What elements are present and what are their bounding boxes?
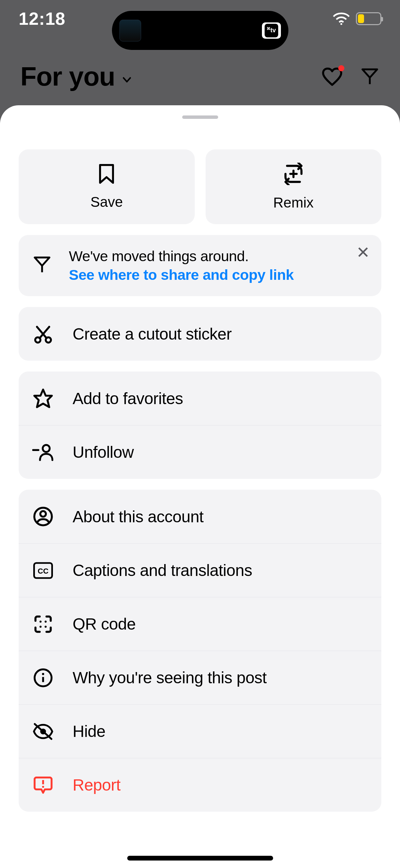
action-group-2: Add to favorites Unfollow (19, 372, 381, 479)
report-row[interactable]: Report (19, 758, 381, 812)
feed-header: For you (0, 61, 400, 92)
svg-point-0 (340, 23, 342, 25)
row-label: Create a cutout sticker (73, 325, 232, 343)
send-icon (32, 255, 52, 276)
report-icon (32, 775, 54, 795)
action-sheet: Save Remix We've m (0, 105, 400, 868)
svg-point-16 (40, 620, 42, 622)
qr-code-row[interactable]: QR code (19, 597, 381, 651)
add-favorites-row[interactable]: Add to favorites (19, 372, 381, 425)
svg-text:CC: CC (38, 566, 49, 575)
row-label: Hide (73, 722, 106, 741)
unfollow-icon (32, 443, 54, 462)
scissors-icon (32, 323, 54, 344)
page-title[interactable]: For you (20, 61, 115, 92)
row-label: Why you're seeing this post (73, 668, 267, 687)
row-label: Add to favorites (73, 389, 183, 408)
info-link[interactable]: See where to share and copy link (69, 267, 294, 283)
row-label: Captions and translations (73, 561, 252, 580)
svg-point-13 (40, 511, 46, 517)
notifications-icon[interactable] (321, 67, 343, 87)
action-group-3: About this account CC Captions and trans… (19, 490, 381, 812)
send-icon[interactable] (360, 67, 380, 87)
star-icon (32, 388, 54, 409)
info-icon (32, 668, 54, 688)
appletv-icon: ⌘tv (265, 24, 278, 37)
close-icon[interactable]: ✕ (356, 245, 370, 261)
status-time: 12:18 (19, 8, 65, 29)
svg-point-18 (40, 626, 42, 628)
svg-marker-9 (34, 390, 52, 407)
captions-row[interactable]: CC Captions and translations (19, 543, 381, 597)
svg-point-22 (42, 673, 44, 675)
row-label: Report (73, 776, 120, 794)
bookmark-icon (97, 163, 116, 184)
info-card[interactable]: We've moved things around. See where to … (19, 235, 381, 296)
home-indicator[interactable] (127, 856, 273, 861)
qr-code-icon (32, 614, 54, 634)
row-label: QR code (73, 615, 136, 633)
svg-point-17 (45, 620, 47, 622)
remix-icon (282, 163, 305, 185)
status-bar: 12:18 ⌘tv (0, 0, 400, 37)
svg-point-19 (45, 626, 47, 628)
why-seeing-row[interactable]: Why you're seeing this post (19, 651, 381, 704)
remix-label: Remix (273, 195, 313, 211)
unfollow-row[interactable]: Unfollow (19, 425, 381, 479)
status-right (333, 12, 381, 25)
svg-point-10 (43, 445, 50, 452)
about-account-row[interactable]: About this account (19, 490, 381, 543)
svg-point-26 (42, 786, 44, 788)
save-button[interactable]: Save (19, 149, 195, 224)
eye-off-icon (32, 722, 54, 741)
save-label: Save (90, 194, 123, 210)
hide-row[interactable]: Hide (19, 704, 381, 758)
dynamic-island: ⌘tv (112, 11, 288, 50)
island-app-icon (119, 20, 141, 41)
create-cutout-sticker-row[interactable]: Create a cutout sticker (19, 307, 381, 361)
sheet-grabber[interactable] (182, 115, 218, 119)
battery-icon (356, 12, 381, 25)
cc-icon: CC (32, 561, 54, 580)
user-circle-icon (32, 506, 54, 527)
island-tv-widget: ⌘tv (262, 22, 281, 39)
row-label: About this account (73, 507, 204, 526)
remix-button[interactable]: Remix (206, 149, 382, 224)
action-group-1: Create a cutout sticker (19, 307, 381, 361)
info-text: We've moved things around. (69, 248, 294, 265)
chevron-down-icon[interactable] (121, 74, 133, 87)
row-label: Unfollow (73, 443, 134, 462)
wifi-icon (333, 12, 350, 25)
